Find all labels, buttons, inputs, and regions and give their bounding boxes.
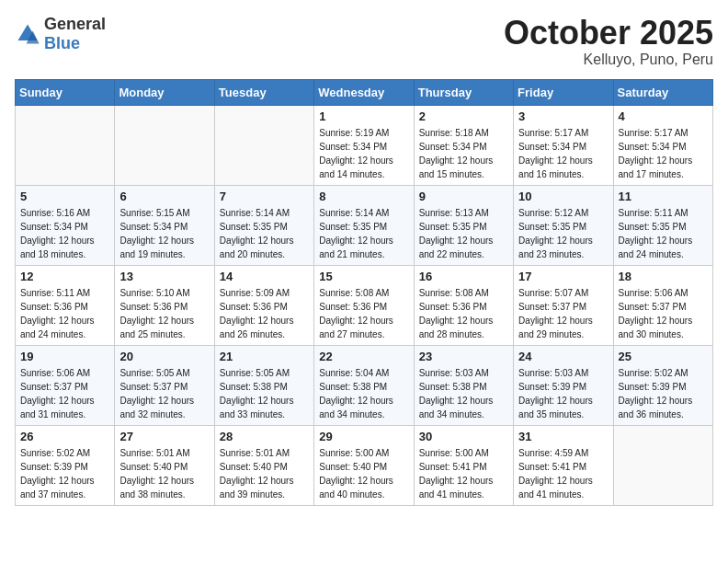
calendar-cell: 18Sunrise: 5:06 AM Sunset: 5:37 PM Dayli… [613,265,712,345]
day-info: Sunrise: 5:02 AM Sunset: 5:39 PM Dayligh… [20,446,109,501]
day-number: 18 [619,270,708,283]
calendar-cell [214,105,313,185]
day-number: 6 [119,190,209,203]
logo-icon [15,21,40,47]
day-info: Sunrise: 5:19 AM Sunset: 5:34 PM Dayligh… [319,126,408,181]
day-number: 29 [319,430,408,443]
calendar-cell [613,425,712,505]
calendar-cell: 3Sunrise: 5:17 AM Sunset: 5:34 PM Daylig… [514,105,613,185]
day-info: Sunrise: 5:08 AM Sunset: 5:36 PM Dayligh… [319,286,408,341]
calendar-week-row: 1Sunrise: 5:19 AM Sunset: 5:34 PM Daylig… [16,105,713,185]
day-info: Sunrise: 5:11 AM Sunset: 5:35 PM Dayligh… [619,206,708,261]
day-number: 20 [119,350,209,363]
day-number: 22 [319,350,408,363]
calendar-week-row: 26Sunrise: 5:02 AM Sunset: 5:39 PM Dayli… [16,425,713,505]
calendar-cell: 26Sunrise: 5:02 AM Sunset: 5:39 PM Dayli… [16,425,115,505]
weekday-header: Tuesday [214,79,313,105]
day-number: 24 [518,350,608,363]
calendar-cell: 22Sunrise: 5:04 AM Sunset: 5:38 PM Dayli… [314,345,414,425]
calendar-week-row: 5Sunrise: 5:16 AM Sunset: 5:34 PM Daylig… [16,185,713,265]
day-number: 13 [119,270,209,283]
calendar-cell: 19Sunrise: 5:06 AM Sunset: 5:37 PM Dayli… [16,345,115,425]
calendar-cell: 27Sunrise: 5:01 AM Sunset: 5:40 PM Dayli… [115,425,214,505]
calendar-cell: 29Sunrise: 5:00 AM Sunset: 5:40 PM Dayli… [314,425,414,505]
day-info: Sunrise: 5:01 AM Sunset: 5:40 PM Dayligh… [220,446,309,501]
day-number: 31 [518,430,608,443]
calendar-week-row: 19Sunrise: 5:06 AM Sunset: 5:37 PM Dayli… [16,345,713,425]
weekday-header: Friday [514,79,613,105]
day-number: 4 [619,109,708,123]
day-info: Sunrise: 5:07 AM Sunset: 5:37 PM Dayligh… [518,286,608,341]
page-header: General Blue October 2025 Kelluyo, Puno,… [15,15,713,68]
day-number: 16 [419,270,508,283]
calendar-cell: 24Sunrise: 5:03 AM Sunset: 5:39 PM Dayli… [514,345,613,425]
day-info: Sunrise: 5:00 AM Sunset: 5:41 PM Dayligh… [419,446,508,501]
weekday-header: Sunday [16,79,115,105]
calendar-table: SundayMondayTuesdayWednesdayThursdayFrid… [15,79,713,506]
day-number: 10 [518,190,608,203]
day-number: 1 [319,109,408,123]
day-info: Sunrise: 5:06 AM Sunset: 5:37 PM Dayligh… [619,286,708,341]
day-number: 26 [20,430,109,443]
day-info: Sunrise: 5:18 AM Sunset: 5:34 PM Dayligh… [419,126,508,181]
calendar-cell [16,105,115,185]
day-info: Sunrise: 5:17 AM Sunset: 5:34 PM Dayligh… [518,126,608,181]
calendar-cell: 11Sunrise: 5:11 AM Sunset: 5:35 PM Dayli… [613,185,712,265]
calendar-cell: 1Sunrise: 5:19 AM Sunset: 5:34 PM Daylig… [314,105,414,185]
calendar-cell: 16Sunrise: 5:08 AM Sunset: 5:36 PM Dayli… [414,265,513,345]
day-info: Sunrise: 5:03 AM Sunset: 5:38 PM Dayligh… [419,366,508,421]
day-info: Sunrise: 5:09 AM Sunset: 5:36 PM Dayligh… [220,286,309,341]
day-number: 9 [419,190,508,203]
calendar-cell: 7Sunrise: 5:14 AM Sunset: 5:35 PM Daylig… [214,185,313,265]
day-number: 15 [319,270,408,283]
day-info: Sunrise: 5:08 AM Sunset: 5:36 PM Dayligh… [419,286,508,341]
day-number: 3 [518,109,608,123]
calendar-cell: 10Sunrise: 5:12 AM Sunset: 5:35 PM Dayli… [514,185,613,265]
day-number: 2 [419,109,508,123]
day-number: 28 [220,430,309,443]
day-number: 11 [619,190,708,203]
weekday-header: Thursday [414,79,513,105]
calendar-cell: 4Sunrise: 5:17 AM Sunset: 5:34 PM Daylig… [613,105,712,185]
day-info: Sunrise: 5:14 AM Sunset: 5:35 PM Dayligh… [220,206,309,261]
day-number: 17 [518,270,608,283]
day-info: Sunrise: 5:15 AM Sunset: 5:34 PM Dayligh… [119,206,209,261]
day-number: 12 [20,270,109,283]
weekday-header: Wednesday [314,79,414,105]
calendar-cell: 8Sunrise: 5:14 AM Sunset: 5:35 PM Daylig… [314,185,414,265]
day-info: Sunrise: 5:03 AM Sunset: 5:39 PM Dayligh… [518,366,608,421]
calendar-cell: 23Sunrise: 5:03 AM Sunset: 5:38 PM Dayli… [414,345,513,425]
day-info: Sunrise: 4:59 AM Sunset: 5:41 PM Dayligh… [518,446,608,501]
day-info: Sunrise: 5:11 AM Sunset: 5:36 PM Dayligh… [20,286,109,341]
calendar-cell: 6Sunrise: 5:15 AM Sunset: 5:34 PM Daylig… [115,185,214,265]
calendar-cell: 30Sunrise: 5:00 AM Sunset: 5:41 PM Dayli… [414,425,513,505]
weekday-header: Saturday [613,79,712,105]
day-info: Sunrise: 5:05 AM Sunset: 5:37 PM Dayligh… [119,366,209,421]
day-info: Sunrise: 5:10 AM Sunset: 5:36 PM Dayligh… [119,286,209,341]
calendar-cell: 17Sunrise: 5:07 AM Sunset: 5:37 PM Dayli… [514,265,613,345]
day-info: Sunrise: 5:13 AM Sunset: 5:35 PM Dayligh… [419,206,508,261]
day-number: 25 [619,350,708,363]
day-number: 7 [220,190,309,203]
title-block: October 2025 Kelluyo, Puno, Peru [504,15,713,68]
calendar-cell: 21Sunrise: 5:05 AM Sunset: 5:38 PM Dayli… [214,345,313,425]
calendar-cell [115,105,214,185]
day-info: Sunrise: 5:14 AM Sunset: 5:35 PM Dayligh… [319,206,408,261]
day-info: Sunrise: 5:17 AM Sunset: 5:34 PM Dayligh… [619,126,708,181]
day-number: 30 [419,430,508,443]
day-info: Sunrise: 5:05 AM Sunset: 5:38 PM Dayligh… [220,366,309,421]
day-info: Sunrise: 5:04 AM Sunset: 5:38 PM Dayligh… [319,366,408,421]
weekday-header-row: SundayMondayTuesdayWednesdayThursdayFrid… [16,79,713,105]
day-number: 27 [119,430,209,443]
calendar-cell: 14Sunrise: 5:09 AM Sunset: 5:36 PM Dayli… [214,265,313,345]
calendar-cell: 13Sunrise: 5:10 AM Sunset: 5:36 PM Dayli… [115,265,214,345]
calendar-cell: 2Sunrise: 5:18 AM Sunset: 5:34 PM Daylig… [414,105,513,185]
calendar-cell: 20Sunrise: 5:05 AM Sunset: 5:37 PM Dayli… [115,345,214,425]
month-title: October 2025 [504,15,713,52]
calendar-cell: 31Sunrise: 4:59 AM Sunset: 5:41 PM Dayli… [514,425,613,505]
calendar-cell: 15Sunrise: 5:08 AM Sunset: 5:36 PM Dayli… [314,265,414,345]
day-info: Sunrise: 5:01 AM Sunset: 5:40 PM Dayligh… [119,446,209,501]
day-number: 8 [319,190,408,203]
day-number: 19 [20,350,109,363]
logo-text-general: General [44,15,106,33]
